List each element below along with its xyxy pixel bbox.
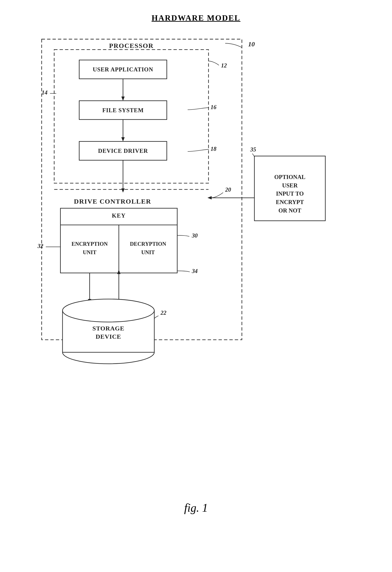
svg-text:DECRYPTION: DECRYPTION bbox=[130, 241, 166, 247]
figure-label: fig. 1 bbox=[184, 501, 208, 514]
svg-text:10: 10 bbox=[248, 40, 255, 48]
svg-text:DEVICE: DEVICE bbox=[95, 333, 121, 340]
svg-text:34: 34 bbox=[192, 268, 198, 274]
svg-text:USER APPLICATION: USER APPLICATION bbox=[93, 66, 153, 73]
svg-text:12: 12 bbox=[221, 62, 227, 69]
svg-marker-7 bbox=[121, 96, 125, 101]
svg-rect-1 bbox=[54, 50, 209, 183]
svg-rect-0 bbox=[42, 39, 242, 340]
svg-text:STORAGE: STORAGE bbox=[92, 325, 124, 332]
svg-text:USER: USER bbox=[282, 182, 298, 189]
svg-text:OR NOT: OR NOT bbox=[278, 207, 301, 214]
svg-text:ENCRYPT: ENCRYPT bbox=[276, 199, 304, 205]
svg-point-31 bbox=[62, 299, 154, 322]
svg-rect-8 bbox=[79, 101, 167, 120]
svg-text:35: 35 bbox=[250, 146, 256, 153]
svg-text:16: 16 bbox=[211, 104, 216, 111]
svg-rect-4 bbox=[79, 60, 167, 79]
svg-rect-12 bbox=[79, 142, 167, 160]
svg-text:DEVICE DRIVER: DEVICE DRIVER bbox=[98, 148, 148, 154]
svg-text:INPUT TO: INPUT TO bbox=[276, 191, 303, 197]
svg-marker-29 bbox=[117, 270, 121, 274]
svg-text:30: 30 bbox=[192, 232, 198, 239]
svg-text:32: 32 bbox=[37, 243, 43, 249]
svg-text:KEY: KEY bbox=[112, 212, 126, 219]
svg-text:14: 14 bbox=[42, 89, 47, 96]
page-title: HARDWARE MODEL bbox=[0, 0, 392, 23]
svg-text:DRIVE CONTROLLER: DRIVE CONTROLLER bbox=[74, 198, 151, 205]
svg-marker-16 bbox=[121, 188, 125, 192]
svg-text:20: 20 bbox=[225, 187, 231, 193]
svg-text:UNIT: UNIT bbox=[83, 249, 96, 255]
svg-text:OPTIONAL: OPTIONAL bbox=[274, 174, 306, 180]
svg-text:ENCRYPTION: ENCRYPTION bbox=[72, 241, 108, 247]
svg-marker-41 bbox=[207, 196, 212, 199]
svg-rect-18 bbox=[60, 208, 177, 273]
svg-text:PROCESSOR: PROCESSOR bbox=[109, 42, 153, 49]
svg-rect-34 bbox=[254, 156, 325, 221]
svg-text:PROCESSOR: PROCESSOR bbox=[109, 42, 153, 49]
svg-text:22: 22 bbox=[160, 310, 166, 316]
svg-rect-30 bbox=[62, 311, 154, 352]
svg-text:UNIT: UNIT bbox=[141, 249, 155, 255]
svg-text:18: 18 bbox=[211, 146, 216, 152]
svg-marker-11 bbox=[121, 137, 125, 142]
svg-marker-27 bbox=[88, 299, 91, 303]
svg-text:FILE SYSTEM: FILE SYSTEM bbox=[102, 107, 144, 113]
